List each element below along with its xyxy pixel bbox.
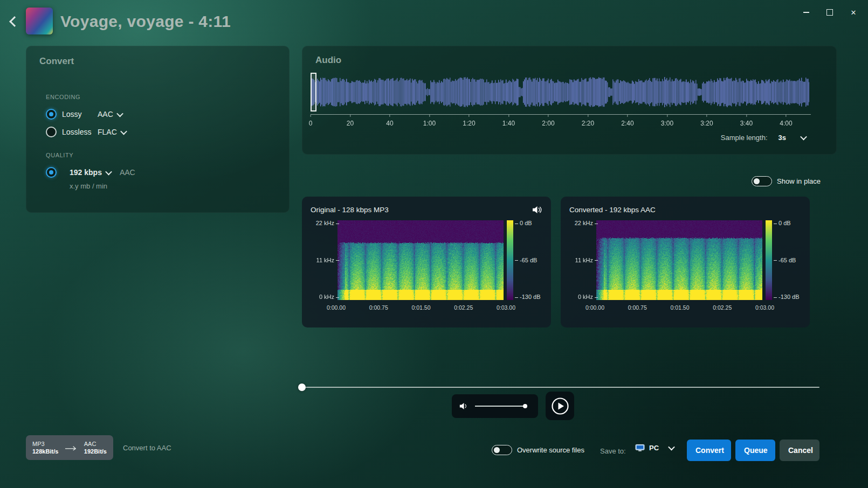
waveform-area (311, 76, 809, 108)
minimize-icon (803, 12, 809, 13)
chevron-down-icon (116, 110, 123, 117)
spec-time-tick-label: 0:02.25 (454, 304, 473, 313)
footer-bar: MP3 128kBit/s AAC 192Bit/s Convert to AA… (0, 431, 868, 469)
sample-length-row: Sample length: 3s (721, 134, 806, 142)
lossless-row: Lossless FLAC (46, 124, 126, 140)
quality-row: 192 kbps AAC (46, 165, 135, 180)
spectrogram-converted-plot (596, 220, 762, 300)
window-controls: ✕ (797, 4, 863, 20)
volume-knob[interactable] (523, 404, 527, 408)
album-art (26, 8, 53, 34)
convert-panel: Convert ENCODING Lossy AAC Lossless FLAC… (26, 46, 290, 213)
freq-tick-label: 11 kHz (575, 257, 593, 263)
lossy-codec-dropdown[interactable]: AAC (98, 110, 122, 118)
overwrite-label: Overwrite source files (517, 446, 584, 454)
overwrite-row: Overwrite source files (492, 445, 584, 455)
waveform-time-tick: 20 (347, 115, 354, 127)
chevron-down-icon (105, 168, 112, 175)
speaker-icon[interactable] (459, 402, 469, 410)
db-tick-label: -130 dB (520, 294, 541, 300)
spectrogram-converted-title: Converted - 192 kbps AAC (569, 206, 656, 214)
lossy-label: Lossy (62, 110, 98, 118)
time-axis: 020401:001:201:402:002:202:403:003:203:4… (311, 114, 811, 129)
minimize-button[interactable] (797, 4, 815, 20)
chevron-down-icon[interactable] (800, 134, 807, 141)
spec-time-tick-label: 0:00.75 (628, 304, 647, 313)
convert-panel-title: Convert (39, 56, 74, 67)
waveform-time-tick: 1:00 (423, 115, 436, 127)
spec-time-tick-label: 0:00.00 (585, 304, 604, 313)
waveform-time-tick: 4:00 (780, 115, 792, 127)
show-in-place-label: Show in place (777, 177, 821, 185)
quality-codec: AAC (120, 168, 135, 177)
arrow-right-icon (65, 444, 78, 451)
conversion-badge: MP3 128kBit/s AAC 192Bit/s (26, 435, 113, 460)
spec-time-tick-label: 0:00.00 (327, 304, 346, 313)
waveform-time-tick: 3:00 (661, 115, 673, 127)
target-format: AAC 192Bit/s (84, 440, 107, 455)
bitrate-dropdown[interactable]: 192 kbps (70, 168, 111, 177)
waveform-time-tick: 1:40 (502, 115, 515, 127)
close-button[interactable]: ✕ (844, 4, 863, 20)
sample-selection-handle[interactable] (311, 73, 316, 111)
close-icon: ✕ (851, 9, 857, 17)
waveform-time-tick: 0 (309, 115, 313, 127)
lossy-row: Lossy AAC (46, 107, 122, 122)
lossy-radio[interactable] (46, 109, 57, 120)
waveform-time-tick: 2:00 (542, 115, 554, 127)
spectrogram-card-converted: Converted - 192 kbps AAC 22 kHz11 kHz0 k… (561, 197, 810, 327)
page-title: Voyage, voyage - 4:11 (60, 0, 231, 43)
freq-tick-label: 0 kHz (578, 294, 593, 300)
quality-label: QUALITY (46, 152, 73, 158)
play-icon (550, 396, 570, 416)
save-target-dropdown[interactable]: PC (635, 444, 674, 452)
freq-axis: 22 kHz11 kHz0 kHz (311, 220, 334, 300)
back-button[interactable] (5, 13, 24, 31)
chevron-down-icon (668, 444, 675, 451)
db-tick-label: -65 dB (779, 257, 796, 263)
play-button[interactable] (546, 392, 574, 420)
bitrate-value: 192 kbps (70, 168, 102, 177)
spectrogram-original-title: Original - 128 kbps MP3 (311, 206, 389, 214)
computer-icon (635, 444, 645, 452)
spec-time-tick-label: 0:01.50 (670, 304, 689, 313)
volume-control (452, 394, 538, 418)
waveform[interactable] (311, 76, 809, 108)
waveform-time-tick: 1:20 (463, 115, 475, 127)
spec-time-tick-label: 0:03.00 (497, 304, 515, 313)
db-axis: 0 dB-65 dB-130 dB (516, 220, 541, 300)
seek-knob[interactable] (298, 384, 306, 391)
convert-button[interactable]: Convert (687, 440, 731, 461)
waveform-time-tick: 3:40 (740, 115, 753, 127)
waveform-time-tick: 2:40 (621, 115, 633, 127)
lossless-radio[interactable] (46, 127, 57, 137)
lossless-codec-dropdown[interactable]: FLAC (98, 128, 126, 136)
spec-time-tick-label: 0:02.25 (713, 304, 732, 313)
db-tick-label: -65 dB (520, 257, 537, 263)
back-icon (9, 16, 20, 27)
convert-description: Convert to AAC (123, 444, 171, 452)
queue-button[interactable]: Queue (735, 440, 775, 461)
cancel-button[interactable]: Cancel (780, 440, 819, 461)
volume-slider[interactable] (475, 406, 527, 407)
chevron-down-icon (120, 128, 127, 135)
spec-time-tick-label: 0:01.50 (411, 304, 430, 313)
freq-tick-label: 22 kHz (316, 220, 334, 226)
waveform-time-tick: 2:20 (582, 115, 594, 127)
db-tick-label: 0 dB (779, 220, 791, 226)
sample-length-value[interactable]: 3s (779, 134, 786, 142)
encoding-label: ENCODING (46, 94, 80, 100)
overwrite-toggle[interactable] (492, 445, 512, 455)
audio-panel-title: Audio (315, 55, 341, 66)
spec-time-axis: 0:00.000:00.750:01.500:02.250:03.00 (585, 304, 774, 313)
quality-radio[interactable] (46, 167, 57, 178)
titlebar: Voyage, voyage - 4:11 ✕ (0, 0, 868, 43)
seek-slider[interactable] (302, 387, 819, 388)
speaker-icon[interactable] (532, 206, 542, 214)
show-in-place-toggle[interactable] (752, 176, 772, 186)
size-estimate: x.y mb / min (70, 182, 107, 190)
freq-tick-label: 11 kHz (316, 257, 334, 263)
show-in-place-row: Show in place (752, 176, 821, 186)
maximize-button[interactable] (821, 4, 839, 20)
lossless-codec-value: FLAC (98, 128, 117, 136)
